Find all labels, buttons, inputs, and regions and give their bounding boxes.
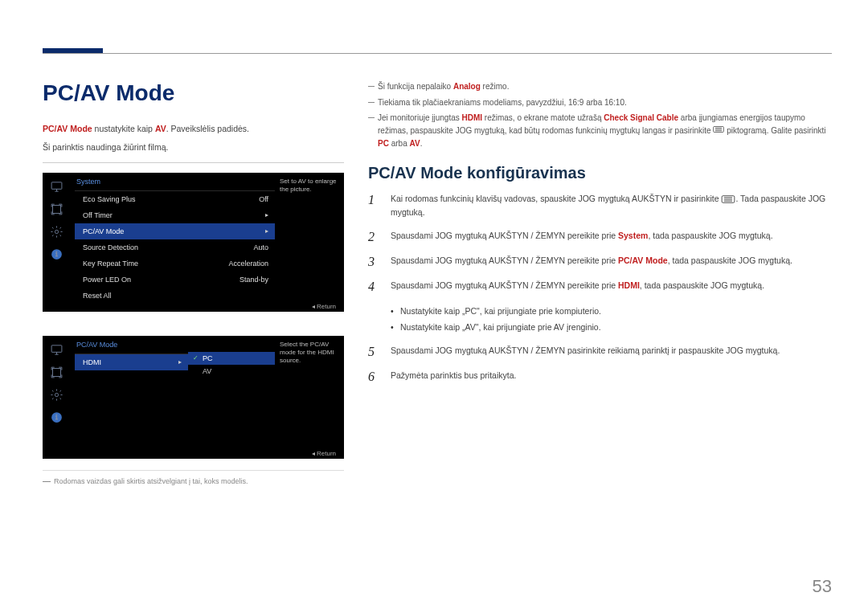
osd-option: AV	[188, 365, 275, 378]
svg-point-7	[55, 393, 58, 396]
osd-row: Source DetectionAuto	[75, 239, 275, 255]
bullet-av: Nustatykite kaip „AV", kai prijungiate p…	[391, 320, 832, 336]
intro-em-mode: PC/AV Mode	[43, 124, 92, 133]
page-number: 53	[813, 576, 832, 597]
osd-row: Reset All	[75, 288, 275, 304]
gear-icon	[43, 221, 70, 243]
intro-block: PC/AV Mode nustatykite kaip AV. Paveiksl…	[43, 122, 344, 154]
right-column: Ši funkcija nepalaiko Analog režimo. Tie…	[368, 80, 832, 394]
osd-hint: Set to AV to enlarge the picture.	[275, 173, 344, 304]
osd-row-value: Acceleration	[228, 260, 268, 268]
frame-icon	[43, 198, 70, 221]
menu-icon	[713, 125, 724, 137]
step-6: 6 Pažymėta parinktis bus pritaikyta.	[368, 369, 832, 384]
svg-rect-1	[52, 206, 60, 214]
osd-option: ✓PC	[188, 352, 275, 365]
intro-text-suffix: . Paveikslėlis padidės.	[166, 124, 249, 133]
em-check-signal: Check Signal Cable	[604, 113, 678, 122]
osd-row-value: Off	[259, 195, 268, 203]
em-av: AV	[409, 139, 420, 148]
step-number: 2	[368, 229, 379, 244]
info-icon: i	[43, 407, 70, 429]
info-icon: i	[43, 243, 70, 266]
osd-row-label: Source Detection	[83, 243, 138, 251]
step-4: 4 Spausdami JOG mygtuką AUKŠTYN / ŽEMYN …	[368, 279, 832, 294]
step-text: Spausdami JOG mygtuką AUKŠTYN / ŽEMYN pe…	[391, 279, 764, 292]
step-2: 2 Spausdami JOG mygtuką AUKŠTYN / ŽEMYN …	[368, 229, 832, 244]
subheading: PC/AV Mode konfigūravimas	[368, 164, 832, 182]
osd-main: PC/AV Mode HDMI ▸	[70, 336, 188, 451]
em-system: System	[618, 231, 648, 240]
header-rule	[43, 53, 832, 54]
step-5: 5 Spausdami JOG mygtuką AUKŠTYN / ŽEMYN …	[368, 344, 832, 359]
left-column: PC/AV Mode PC/AV Mode nustatykite kaip A…	[43, 80, 344, 485]
osd-sidebar-icons: i	[43, 336, 70, 451]
step-number: 5	[368, 344, 379, 359]
em-hdmi: HDMI	[462, 113, 483, 122]
osd-return: Return	[312, 450, 336, 457]
osd-row-label: PC/AV Mode	[83, 227, 124, 235]
steps-list: 1 Kai rodomas funkcinių klavišų vadovas,…	[368, 192, 832, 384]
svg-point-2	[55, 230, 58, 233]
em-analog: Analog	[453, 82, 481, 91]
osd-row-value: Auto	[253, 243, 268, 251]
osd-row: Eco Saving PlusOff	[75, 191, 275, 207]
step-text: Kai rodomas funkcinių klavišų vadovas, s…	[391, 192, 832, 219]
check-icon	[191, 367, 199, 375]
step-text: Spausdami JOG mygtuką AUKŠTYN / ŽEMYN pe…	[391, 229, 773, 243]
step-number: 4	[368, 279, 379, 294]
step-text: Spausdami JOG mygtuką AUKŠTYN / ŽEMYN pa…	[391, 344, 780, 358]
osd-header: PC/AV Mode	[75, 341, 188, 352]
note-1: Ši funkcija nepalaiko Analog režimo.	[368, 80, 832, 93]
footnote-text: Rodomas vaizdas gali skirtis atsižvelgia…	[54, 477, 248, 485]
osd-row-label: Eco Saving Plus	[83, 195, 136, 203]
osd-option-label: AV	[203, 367, 211, 375]
osd-row-label: Reset All	[83, 292, 112, 300]
osd-row: Off Timer▸	[75, 207, 275, 223]
intro-line-2: Ši parinktis naudinga žiūrint filmą.	[43, 141, 344, 154]
bullet-pc: Nustatykite kaip „PC", kai prijungiate p…	[391, 304, 832, 320]
menu-icon	[721, 194, 735, 203]
osd-system-screenshot: i System Eco Saving PlusOffOff Timer▸PC/…	[43, 173, 344, 312]
osd-options: ✓PCAV	[188, 336, 275, 451]
step-text: Spausdami JOG mygtuką AUKŠTYN / ŽEMYN pe…	[391, 254, 792, 268]
step-number: 3	[368, 254, 379, 269]
osd-row-value: Stand-by	[240, 276, 268, 284]
intro-em-av: AV	[155, 124, 166, 133]
osd-row-hdmi: HDMI ▸	[75, 354, 188, 370]
arrow-right-icon: ▸	[265, 227, 268, 235]
footnote: Rodomas vaizdas gali skirtis atsižvelgia…	[43, 470, 344, 485]
intro-text: nustatykite kaip	[92, 124, 155, 133]
step-text: Pažymėta parinktis bus pritaikyta.	[391, 369, 516, 382]
step-number: 6	[368, 369, 379, 384]
osd-pcav-screenshot: i PC/AV Mode HDMI ▸ ✓PCAV Select the PC/…	[43, 336, 344, 459]
svg-rect-6	[52, 369, 60, 377]
osd-row: Key Repeat TimeAcceleration	[75, 255, 275, 272]
step-number: 1	[368, 192, 379, 207]
osd-row: Power LED OnStand-by	[75, 272, 275, 288]
step-1: 1 Kai rodomas funkcinių klavišų vadovas,…	[368, 192, 832, 219]
sub-bullets: Nustatykite kaip „PC", kai prijungiate p…	[391, 304, 832, 336]
intro-line-1: PC/AV Mode nustatykite kaip AV. Paveiksl…	[43, 122, 344, 136]
em-hdmi: HDMI	[618, 280, 640, 290]
osd-row-label: HDMI	[83, 358, 101, 366]
osd-return: Return	[312, 303, 336, 310]
osd-row-label: Off Timer	[83, 211, 113, 219]
osd-row-label: Power LED On	[83, 276, 131, 284]
monitor-icon	[43, 339, 70, 362]
osd-hint: Select the PC/AV mode for the HDMI sourc…	[275, 336, 344, 451]
svg-rect-0	[51, 182, 62, 190]
svg-rect-5	[51, 345, 62, 353]
monitor-icon	[43, 176, 70, 198]
osd-main: System Eco Saving PlusOffOff Timer▸PC/AV…	[70, 173, 275, 304]
osd-option-label: PC	[203, 354, 213, 362]
osd-row: PC/AV Mode▸	[75, 223, 275, 239]
step-3: 3 Spausdami JOG mygtuką AUKŠTYN / ŽEMYN …	[368, 254, 832, 269]
frame-icon	[43, 362, 70, 384]
osd-header: System	[75, 178, 275, 189]
arrow-right-icon: ▸	[178, 358, 182, 366]
arrow-right-icon: ▸	[265, 211, 268, 219]
notes-block: Ši funkcija nepalaiko Analog režimo. Tie…	[368, 80, 832, 149]
note-3: Jei monitoriuje įjungtas HDMI režimas, o…	[368, 112, 832, 149]
osd-row-label: Key Repeat Time	[83, 260, 138, 268]
